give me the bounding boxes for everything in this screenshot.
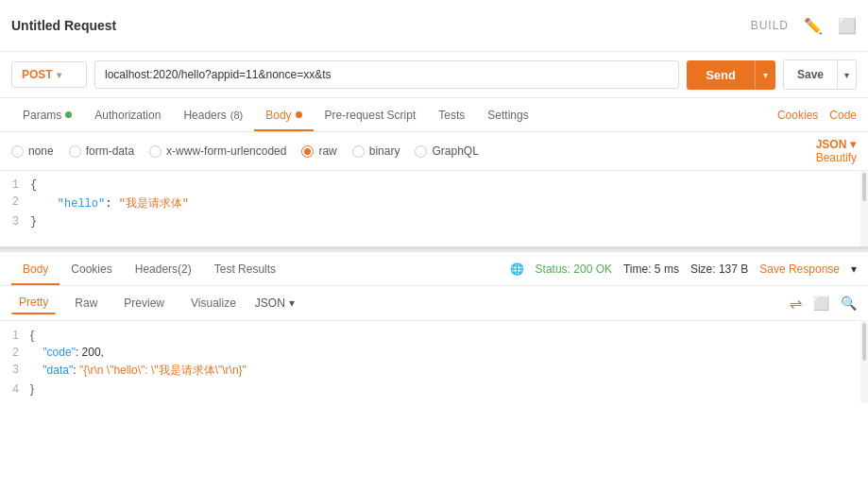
code-link[interactable]: Code (829, 109, 857, 122)
save-dropdown-button[interactable]: ▾ (838, 59, 857, 90)
method-label: POST (22, 68, 53, 81)
tab-settings[interactable]: Settings (476, 98, 539, 131)
response-format-bar: Pretty Raw Preview Visualize JSON ▾ ⇌ ⬜ … (0, 286, 868, 321)
title-bar-left: Untitled Request (11, 18, 116, 33)
url-input[interactable] (94, 60, 679, 89)
res-headers-badge: (2) (178, 262, 192, 276)
editor-line-2: 2 "hello": "我是请求体" (0, 194, 868, 213)
response-editor: 1 { 2 "code": 200, 3 "data": "{\r\n \"he… (0, 321, 868, 403)
line-content-3: } (30, 215, 37, 229)
format-form-data[interactable]: form-data (69, 144, 134, 158)
headers-badge: (8) (230, 110, 243, 121)
format-x-www-label: x-www-form-urlencoded (166, 144, 286, 158)
format-binary-label: binary (369, 144, 400, 158)
format-graphql[interactable]: GraphQL (415, 144, 478, 158)
tab-params[interactable]: Params (11, 98, 83, 131)
send-dropdown-button[interactable]: ▾ (755, 60, 775, 90)
res-scrollbar-thumb (862, 323, 866, 361)
res-tab-cookies[interactable]: Cookies (60, 252, 123, 285)
format-none-label: none (28, 144, 54, 158)
edit-icon[interactable]: ✏️ (804, 17, 823, 35)
json-label: JSON (816, 138, 847, 151)
radio-x-www (149, 145, 162, 158)
res-line3-val: "{\r\n \"hello\": \"我是请求体\"\r\n}" (79, 364, 247, 377)
response-size: Size: 137 B (690, 262, 748, 276)
editor-line-3: 3 } (0, 213, 868, 230)
response-time: Time: 5 ms (623, 262, 679, 276)
line-content-2: "hello": "我是请求体" (30, 195, 189, 212)
search-icon[interactable]: 🔍 (841, 296, 857, 311)
format-binary[interactable]: binary (352, 144, 400, 158)
res-line3-colon: : (73, 364, 79, 377)
res-json-arrow-icon: ▾ (289, 296, 295, 310)
save-button[interactable]: Save (783, 59, 838, 90)
radio-graphql (415, 145, 427, 158)
send-button[interactable]: Send (687, 60, 755, 90)
tab-authorization[interactable]: Authorization (83, 98, 172, 131)
format-raw-label: raw (318, 144, 336, 158)
editor-scroll[interactable]: 1 { 2 "hello": "我是请求体" 3 } (0, 171, 868, 246)
res-format-visualize[interactable]: Visualize (183, 293, 244, 313)
app-title: Untitled Request (11, 18, 116, 33)
radio-raw (301, 145, 314, 158)
res-line-num-3: 3 (0, 363, 30, 376)
res-json-select[interactable]: JSON ▾ (255, 296, 295, 310)
save-btn-group: Save ▾ (783, 59, 857, 90)
res-line-content-2: "code": 200, (30, 346, 104, 359)
save-response-arrow-icon[interactable]: ▾ (851, 262, 857, 276)
json-select[interactable]: JSON ▾ (816, 138, 857, 151)
line2-key: "hello" (58, 197, 105, 211)
line-content-1: { (30, 178, 37, 192)
res-editor-scroll[interactable]: 1 { 2 "code": 200, 3 "data": "{\r\n \"he… (0, 321, 868, 403)
share-icon[interactable]: ⬜ (838, 17, 857, 35)
format-raw[interactable]: raw (301, 144, 336, 158)
response-header: Body Cookies Headers (2) Test Results 🌐 … (0, 252, 868, 286)
editor-scrollbar (860, 171, 868, 246)
res-format-pretty[interactable]: Pretty (11, 292, 56, 314)
send-btn-group: Send ▾ (687, 60, 775, 90)
res-line-2: 2 "code": 200, (0, 344, 868, 361)
title-bar-right: BUILD ✏️ ⬜ (751, 17, 857, 35)
res-tab-body[interactable]: Body (11, 252, 60, 285)
method-arrow-icon: ▾ (57, 70, 61, 80)
request-editor: 1 { 2 "hello": "我是请求体" 3 } (0, 171, 868, 249)
res-line-content-1: { (30, 329, 34, 342)
radio-binary (352, 145, 365, 158)
format-form-data-label: form-data (86, 144, 134, 158)
res-format-preview[interactable]: Preview (116, 293, 172, 313)
line-num-2: 2 (0, 195, 30, 209)
res-tab-test-results[interactable]: Test Results (203, 252, 287, 285)
res-tab-headers[interactable]: Headers (2) (124, 252, 203, 285)
res-format-raw[interactable]: Raw (67, 293, 105, 313)
tab-tests[interactable]: Tests (427, 98, 476, 131)
cookies-link[interactable]: Cookies (777, 109, 818, 122)
beautify-button[interactable]: Beautify (816, 151, 857, 164)
url-bar: POST ▾ Send ▾ Save ▾ (0, 52, 868, 98)
format-none[interactable]: none (11, 144, 54, 158)
res-json-label: JSON (255, 296, 285, 310)
res-line-3: 3 "data": "{\r\n \"hello\": \"我是请求体\"\r\… (0, 361, 868, 381)
response-status: Status: 200 OK (536, 262, 612, 276)
json-arrow-icon: ▾ (850, 138, 856, 151)
line2-val: "我是请求体" (119, 197, 189, 211)
res-line3-key: "data" (43, 364, 73, 377)
request-tabs: Params Authorization Headers (8) Body Pr… (0, 98, 868, 132)
format-graphql-label: GraphQL (432, 144, 478, 158)
sort-icon[interactable]: ⇌ (790, 295, 802, 313)
radio-none (11, 145, 24, 158)
tab-pre-request[interactable]: Pre-request Script (314, 98, 428, 131)
line2-colon: : (105, 197, 118, 211)
method-select[interactable]: POST ▾ (11, 61, 87, 88)
copy-icon[interactable]: ⬜ (813, 296, 829, 311)
tab-headers[interactable]: Headers (8) (172, 98, 254, 131)
line-num-3: 3 (0, 215, 30, 229)
title-bar: Untitled Request BUILD ✏️ ⬜ (0, 0, 868, 52)
response-meta: 🌐 Status: 200 OK Time: 5 ms Size: 137 B … (510, 262, 857, 276)
body-dot (296, 111, 302, 118)
res-line2-colon: : (76, 346, 82, 359)
params-dot (65, 111, 72, 118)
tab-body[interactable]: Body (254, 98, 313, 131)
res-line2-key: "code" (43, 346, 76, 359)
format-x-www[interactable]: x-www-form-urlencoded (149, 144, 286, 158)
save-response-button[interactable]: Save Response (759, 262, 840, 276)
